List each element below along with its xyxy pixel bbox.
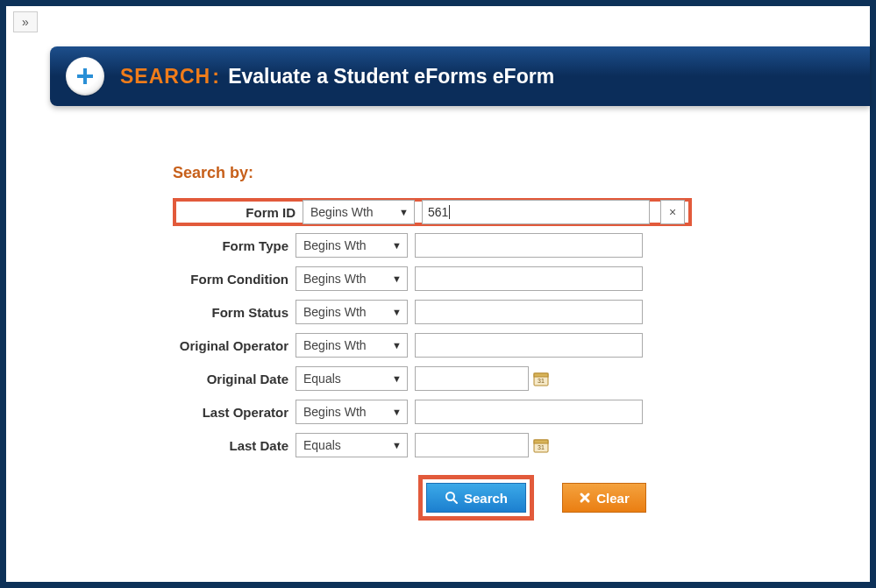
calendar-icon: 31: [533, 437, 549, 453]
clear-icon: [579, 492, 591, 504]
calendar-icon: 31: [533, 371, 549, 386]
chevron-down-icon: ▼: [392, 340, 402, 351]
field-label: Last Operator: [173, 405, 296, 420]
operator-value: Begins Wth: [303, 272, 367, 286]
field-label: Form Type: [173, 238, 296, 253]
clear-button-label: Clear: [596, 491, 630, 506]
text-cursor: [449, 205, 450, 219]
operator-select-original-operator[interactable]: Begins Wth ▼: [296, 333, 408, 358]
chevron-down-icon: ▼: [392, 307, 402, 317]
operator-value: Begins Wth: [310, 205, 374, 219]
expand-section-button[interactable]: [66, 57, 104, 96]
search-form: Search by: Form ID Begins Wth ▼ 561 × Fo…: [173, 164, 692, 521]
chevron-down-icon: ▼: [392, 373, 402, 384]
value-input-last-operator[interactable]: [415, 400, 643, 424]
field-row-original-date: Original Date Equals ▼ 31: [173, 365, 692, 393]
operator-select-last-date[interactable]: Equals ▼: [296, 433, 408, 457]
search-icon: [445, 491, 459, 505]
operator-value: Begins Wth: [303, 305, 367, 319]
input-value: 561: [428, 205, 448, 219]
date-picker-button[interactable]: 31: [532, 436, 550, 454]
field-row-form-status: Form Status Begins Wth ▼: [173, 298, 692, 326]
chevron-right-double-icon: »: [22, 15, 29, 29]
svg-line-9: [453, 499, 457, 503]
field-label: Original Date: [173, 372, 296, 386]
clear-button[interactable]: Clear: [562, 483, 646, 513]
field-row-form-id: Form ID Begins Wth ▼ 561 ×: [173, 198, 692, 226]
chevron-down-icon: ▼: [392, 407, 402, 417]
field-row-form-condition: Form Condition Begins Wth ▼: [173, 265, 692, 293]
value-input-form-type[interactable]: [415, 233, 643, 258]
operator-value: Equals: [303, 372, 341, 386]
app-frame: » SEARCH: Evaluate a Student eForms eFor…: [0, 0, 876, 588]
svg-text:31: 31: [538, 444, 545, 450]
operator-select-form-type[interactable]: Begins Wth ▼: [296, 233, 408, 258]
operator-select-last-operator[interactable]: Begins Wth ▼: [296, 400, 408, 424]
search-button[interactable]: Search: [426, 483, 526, 513]
title-search-word: SEARCH: [120, 65, 210, 88]
title-colon: :: [212, 65, 219, 88]
chevron-down-icon: ▼: [392, 440, 402, 450]
action-buttons: Search Clear: [418, 475, 692, 521]
field-label: Last Date: [173, 438, 296, 453]
value-input-form-condition[interactable]: [415, 266, 643, 291]
value-input-original-date[interactable]: [415, 366, 529, 391]
operator-select-form-id[interactable]: Begins Wth ▼: [303, 200, 415, 224]
field-label: Form Condition: [173, 272, 296, 287]
operator-value: Begins Wth: [303, 338, 367, 352]
chevron-down-icon: ▼: [392, 273, 402, 284]
field-row-original-operator: Original Operator Begins Wth ▼: [173, 331, 692, 359]
field-label: Form Status: [173, 305, 296, 320]
operator-value: Begins Wth: [303, 405, 367, 419]
operator-value: Begins Wth: [303, 238, 367, 252]
operator-select-form-condition[interactable]: Begins Wth ▼: [296, 266, 408, 291]
page-header: SEARCH: Evaluate a Student eForms eForm: [50, 46, 870, 106]
page-title: SEARCH: Evaluate a Student eForms eForm: [120, 65, 554, 89]
chevron-down-icon: ▼: [392, 240, 402, 251]
search-button-label: Search: [464, 491, 508, 506]
field-row-last-operator: Last Operator Begins Wth ▼: [173, 398, 692, 426]
chevron-down-icon: ▼: [399, 207, 409, 217]
value-input-form-id[interactable]: 561: [422, 200, 650, 224]
operator-select-form-status[interactable]: Begins Wth ▼: [296, 300, 408, 324]
value-input-form-status[interactable]: [415, 300, 643, 324]
search-by-heading: Search by:: [173, 164, 692, 182]
operator-value: Equals: [303, 438, 341, 452]
field-label: Form ID: [180, 205, 303, 220]
title-rest: Evaluate a Student eForms eForm: [228, 65, 554, 88]
svg-rect-6: [534, 440, 548, 443]
svg-rect-3: [534, 373, 548, 377]
operator-select-original-date[interactable]: Equals ▼: [296, 366, 408, 391]
clear-input-button[interactable]: ×: [660, 200, 685, 224]
close-icon: ×: [669, 205, 676, 219]
svg-rect-1: [77, 74, 93, 78]
field-label: Original Operator: [173, 338, 296, 353]
field-row-form-type: Form Type Begins Wth ▼: [173, 231, 692, 259]
plus-icon: [75, 67, 95, 86]
expand-panel-button[interactable]: »: [13, 11, 38, 32]
value-input-original-operator[interactable]: [415, 333, 643, 358]
field-row-last-date: Last Date Equals ▼ 31: [173, 431, 692, 459]
svg-text:31: 31: [538, 378, 545, 384]
value-input-last-date[interactable]: [415, 433, 529, 457]
search-button-highlight: Search: [418, 475, 534, 521]
date-picker-button[interactable]: 31: [532, 370, 550, 387]
